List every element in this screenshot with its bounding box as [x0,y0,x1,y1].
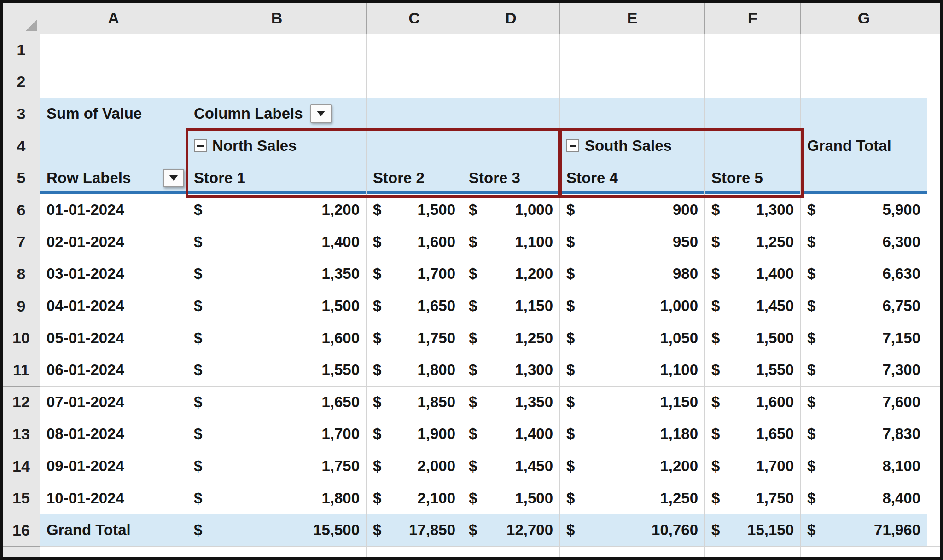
cell-B9[interactable]: $1,500 [187,290,367,323]
cell-G15[interactable]: $8,400 [801,482,927,514]
column-header-B[interactable]: B [187,3,367,34]
cell-D16[interactable]: $12,700 [462,514,560,547]
cell-C7[interactable]: $1,600 [367,226,462,259]
column-header-A[interactable]: A [40,3,187,34]
cell-C4[interactable] [367,130,462,162]
column-header-C[interactable]: C [367,3,462,34]
row-header-13[interactable]: 13 [3,418,40,450]
column-header-D[interactable]: D [462,3,560,34]
cell-C16[interactable]: $17,850 [367,514,462,547]
cell-F1[interactable] [705,34,801,66]
cell-B12[interactable]: $1,650 [187,387,367,419]
cell-E10[interactable]: $1,050 [560,322,705,354]
row-header-2[interactable]: 2 [3,66,40,98]
cell-F11[interactable]: $1,550 [705,354,801,387]
cell-G10[interactable]: $7,150 [801,322,927,354]
row-header-9[interactable]: 9 [3,290,40,323]
cell-A2[interactable] [40,66,187,98]
cell-F13[interactable]: $1,650 [705,418,801,450]
row-header-10[interactable]: 10 [3,322,40,354]
cell-C15[interactable]: $2,100 [367,482,462,514]
cell-C2[interactable] [367,66,462,98]
cell-D10[interactable]: $1,250 [462,322,560,354]
cell-G6[interactable]: $5,900 [801,194,927,226]
cell-E16[interactable]: $10,760 [560,514,705,547]
cell-B6[interactable]: $1,200 [187,194,367,226]
cell-G1[interactable] [801,34,927,66]
row-header-16[interactable]: 16 [3,514,40,547]
cell-F17[interactable] [705,547,801,560]
cell-B8[interactable]: $1,350 [187,258,367,290]
cell-E13[interactable]: $1,180 [560,418,705,450]
cell-D12[interactable]: $1,350 [462,387,560,419]
row-header-4[interactable]: 4 [3,130,40,162]
row-header-11[interactable]: 11 [3,354,40,387]
row-label-date-10[interactable]: 10-01-2024 [40,482,187,514]
cell-F3[interactable] [705,98,801,130]
cell-B1[interactable] [187,34,367,66]
cell-C11[interactable]: $1,800 [367,354,462,387]
row-header-15[interactable]: 15 [3,482,40,514]
cell-E1[interactable] [560,34,705,66]
cell-F10[interactable]: $1,500 [705,322,801,354]
row-labels-filter-button[interactable] [163,169,184,187]
cell-D8[interactable]: $1,200 [462,258,560,290]
cell-G12[interactable]: $7,600 [801,387,927,419]
cell-E2[interactable] [560,66,705,98]
cell-E8[interactable]: $980 [560,258,705,290]
cell-E14[interactable]: $1,200 [560,450,705,483]
cell-F15[interactable]: $1,750 [705,482,801,514]
cell-D14[interactable]: $1,450 [462,450,560,483]
column-header-G[interactable]: G [801,3,927,34]
row-header-12[interactable]: 12 [3,387,40,419]
cell-F14[interactable]: $1,700 [705,450,801,483]
cell-D4[interactable] [462,130,560,162]
cell-B13[interactable]: $1,700 [187,418,367,450]
cell-E12[interactable]: $1,150 [560,387,705,419]
cell-G7[interactable]: $6,300 [801,226,927,259]
cell-E15[interactable]: $1,250 [560,482,705,514]
row-label-date-2[interactable]: 02-01-2024 [40,226,187,259]
cell-D1[interactable] [462,34,560,66]
cell-C12[interactable]: $1,850 [367,387,462,419]
row-label-date-4[interactable]: 04-01-2024 [40,290,187,323]
cell-F9[interactable]: $1,450 [705,290,801,323]
cell-E7[interactable]: $950 [560,226,705,259]
cell-E11[interactable]: $1,100 [560,354,705,387]
row-header-7[interactable]: 7 [3,226,40,259]
cell-G16[interactable]: $71,960 [801,514,927,547]
cell-B10[interactable]: $1,600 [187,322,367,354]
cell-D7[interactable]: $1,100 [462,226,560,259]
cell-D6[interactable]: $1,000 [462,194,560,226]
cell-C10[interactable]: $1,750 [367,322,462,354]
cell-C8[interactable]: $1,700 [367,258,462,290]
cell-C3[interactable] [367,98,462,130]
cell-G3[interactable] [801,98,927,130]
cell-C13[interactable]: $1,900 [367,418,462,450]
cell-A17[interactable] [40,547,187,560]
cell-F6[interactable]: $1,300 [705,194,801,226]
cell-F16[interactable]: $15,150 [705,514,801,547]
row-label-date-8[interactable]: 08-01-2024 [40,418,187,450]
cell-D17[interactable] [462,547,560,560]
cell-B11[interactable]: $1,550 [187,354,367,387]
cell-B7[interactable]: $1,400 [187,226,367,259]
cell-A1[interactable] [40,34,187,66]
column-header-F[interactable]: F [705,3,801,34]
cell-B16[interactable]: $15,500 [187,514,367,547]
row-header-17[interactable]: 17 [3,547,40,560]
cell-B17[interactable] [187,547,367,560]
south-sales-collapse-button[interactable] [566,139,579,152]
cell-B2[interactable] [187,66,367,98]
cell-C1[interactable] [367,34,462,66]
row-label-date-6[interactable]: 06-01-2024 [40,354,187,387]
cell-F2[interactable] [705,66,801,98]
cell-D11[interactable]: $1,300 [462,354,560,387]
cell-D13[interactable]: $1,400 [462,418,560,450]
cell-E6[interactable]: $900 [560,194,705,226]
cell-E3[interactable] [560,98,705,130]
row-header-5[interactable]: 5 [3,162,40,194]
cell-F4[interactable] [705,130,801,162]
row-label-date-5[interactable]: 05-01-2024 [40,322,187,354]
cell-D15[interactable]: $1,500 [462,482,560,514]
